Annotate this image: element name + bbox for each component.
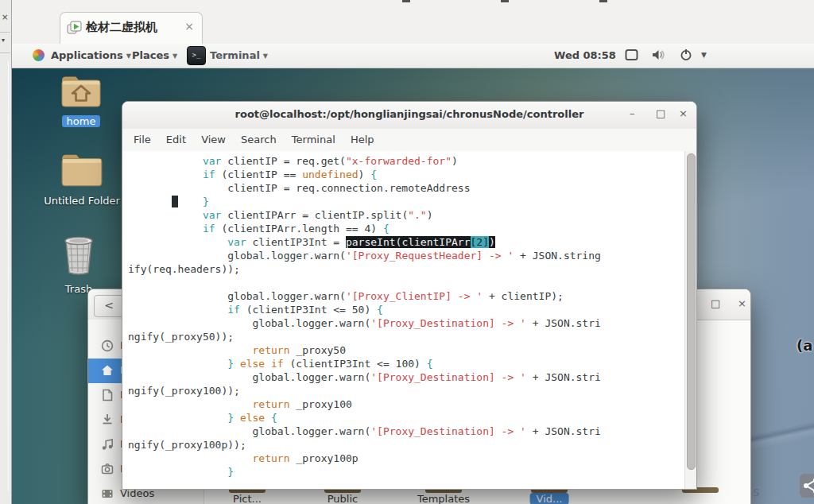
terminal-app-icon[interactable]: >_ xyxy=(187,46,206,65)
download-icon xyxy=(101,413,114,426)
strip-close-icon[interactable]: × xyxy=(2,13,8,21)
maximize-button[interactable]: □ xyxy=(711,297,720,309)
host-side-strip: × ▾ xyxy=(0,0,12,504)
strip-divider xyxy=(0,32,10,33)
minimize-button[interactable]: – xyxy=(630,107,635,119)
share-icon xyxy=(801,475,814,496)
places-menu[interactable]: Places▼ xyxy=(132,49,177,61)
terminal-menubar: File Edit View Search Terminal Help xyxy=(122,129,696,152)
terminal-titlebar[interactable]: root@localhost:/opt/honglianjingsai/chro… xyxy=(122,102,696,130)
menu-edit[interactable]: Edit xyxy=(166,134,186,145)
music-icon xyxy=(101,438,114,451)
folder-icon xyxy=(60,151,104,189)
vm-tab-close-icon[interactable]: × xyxy=(184,20,194,33)
terminal-scrollbar[interactable] xyxy=(684,151,696,489)
film-icon xyxy=(101,487,114,500)
stray-text: S xyxy=(753,487,759,498)
home-folder-icon xyxy=(60,73,103,110)
desktop-icon-untitled-folder[interactable]: Untitled Folder xyxy=(38,151,126,207)
menu-view[interactable]: View xyxy=(201,134,226,145)
scrollbar-thumb[interactable] xyxy=(687,153,696,470)
host-top-tick xyxy=(402,0,410,2)
host-top-tick xyxy=(501,0,509,2)
desktop-icon-home[interactable]: home xyxy=(56,73,107,128)
home-icon xyxy=(101,364,114,377)
close-button[interactable]: × xyxy=(679,107,688,119)
chevron-down-icon: ▼ xyxy=(263,52,268,60)
strip-highlight xyxy=(8,62,9,491)
desktop-label-untitled-folder: Untitled Folder xyxy=(44,195,120,207)
chevron-down-icon: ▼ xyxy=(126,52,131,60)
menu-terminal[interactable]: Terminal xyxy=(292,134,335,145)
terminal-code: var clientIP = req.get("x-forwarded-for"… xyxy=(128,154,601,479)
close-button[interactable]: × xyxy=(738,297,746,309)
applications-menu[interactable]: Applications▼ xyxy=(51,49,131,61)
screen-icon[interactable] xyxy=(625,48,638,64)
volume-icon[interactable] xyxy=(652,48,665,64)
menu-help[interactable]: Help xyxy=(351,134,374,145)
menu-file[interactable]: File xyxy=(134,134,151,145)
vm-tab-title: 检材二虚拟机 xyxy=(86,20,157,35)
folder-item-videos-selected[interactable]: Vid... xyxy=(530,493,569,504)
back-button[interactable]: < xyxy=(94,295,124,317)
strip-caret-icon[interactable]: ▾ xyxy=(2,37,5,44)
system-menu-caret-icon[interactable]: ▼ xyxy=(701,51,707,59)
clock[interactable]: Wed 08:58 xyxy=(554,49,616,61)
chevron-down-icon: ▼ xyxy=(172,52,177,60)
folder-item-templates[interactable]: Templates xyxy=(417,493,470,504)
input-method-badge: (a xyxy=(797,337,812,354)
maximize-button[interactable]: □ xyxy=(656,107,665,119)
terminal-window: root@localhost:/opt/honglianjingsai/chro… xyxy=(122,101,697,490)
terminal-app-menu[interactable]: Terminal▼ xyxy=(210,49,268,61)
desktop-icon-trash[interactable]: Trash xyxy=(54,235,103,296)
strip-divider xyxy=(0,52,10,53)
gnome-top-bar: Applications▼ Places▼ >_ Terminal▼ Wed 0… xyxy=(11,44,814,68)
applications-menu-icon xyxy=(33,49,45,61)
folder-item-pictures[interactable]: Pict... xyxy=(233,493,262,504)
vm-console-tab[interactable]: 检材二虚拟机 × xyxy=(60,12,203,45)
power-icon[interactable] xyxy=(680,48,692,64)
camera-icon xyxy=(101,463,114,475)
terminal-content[interactable]: var clientIP = req.get("x-forwarded-for"… xyxy=(122,151,696,489)
vm-console-icon xyxy=(67,21,83,40)
folder-item-public[interactable]: Public xyxy=(328,493,358,504)
host-top-tick xyxy=(599,0,607,2)
share-button[interactable] xyxy=(800,474,814,498)
trash-icon xyxy=(60,235,98,277)
clock-icon xyxy=(101,339,114,352)
document-icon xyxy=(101,389,114,401)
menu-search[interactable]: Search xyxy=(241,134,277,145)
terminal-title: root@localhost:/opt/honglianjingsai/chro… xyxy=(122,108,696,120)
desktop-label-home: home xyxy=(62,115,101,127)
